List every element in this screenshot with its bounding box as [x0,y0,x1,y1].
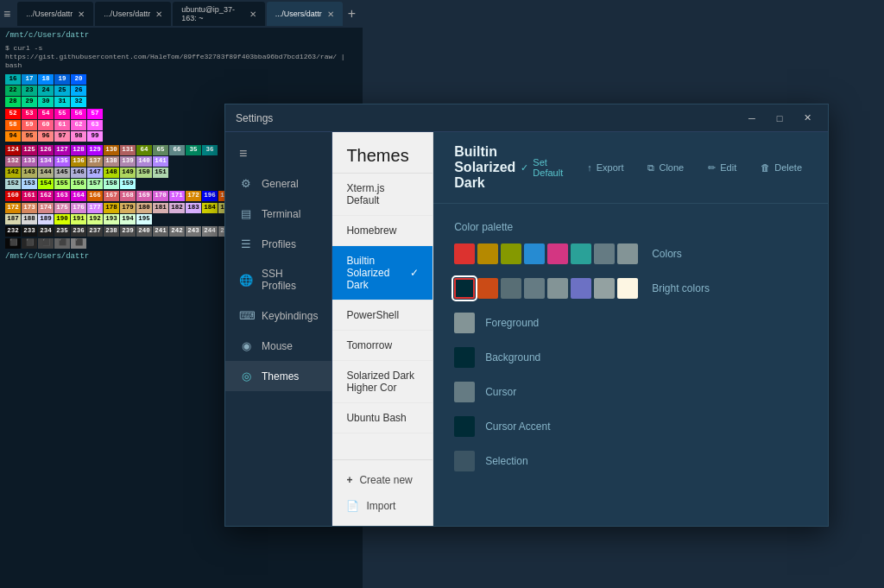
mouse-icon: ◉ [239,339,253,352]
hamburger-icon[interactable]: ≡ [225,139,332,168]
colors-label: Colors [652,248,682,260]
color-swatch-6[interactable] [594,243,615,264]
tab-2[interactable]: .../Users/dattr ✕ [95,2,171,26]
bright-colors-row: Bright colors [454,278,807,299]
set-default-button[interactable]: ✓ Set Default [515,154,568,181]
colors-swatches [454,243,638,264]
clone-icon: ⧉ [647,162,654,174]
foreground-row: Foreground [454,313,807,335]
export-button[interactable]: ↑ Export [582,159,628,176]
tab-close-3[interactable]: ✕ [249,9,256,19]
selection-label: Selection [485,455,527,467]
delete-button[interactable]: 🗑 Delete [755,159,807,176]
sidebar-item-ssh-profiles[interactable]: 🌐 SSH Profiles [225,259,332,300]
colors-row: Colors [454,243,807,264]
checkmark-icon: ✓ [521,162,528,174]
palette-section: Color palette Colors [433,204,828,526]
keybindings-icon: ⌨ [239,309,253,322]
sidebar-item-mouse[interactable]: ◉ Mouse [225,331,332,361]
close-button[interactable]: ✕ [797,108,818,129]
bright-colors-swatches [454,278,638,299]
color-swatch-3[interactable] [524,243,545,264]
theme-list: Xterm.js Default Homebrew Builtin Solari… [332,174,433,459]
color-swatch-0[interactable] [454,243,475,264]
tab-3[interactable]: ubuntu@ip_37-163: ~ ✕ [173,2,264,26]
theme-item-homebrew[interactable]: Homebrew [332,216,433,246]
sidebar-item-themes[interactable]: ◎ Themes [225,361,332,391]
color-swatch-5[interactable] [571,243,591,264]
bright-swatch-3[interactable] [524,278,545,299]
theme-list-panel: Themes Xterm.js Default Homebrew Builtin… [332,132,433,526]
menu-icon[interactable]: ≡ [3,7,10,21]
edit-icon: ✏ [708,162,716,174]
selection-swatch[interactable] [454,451,475,471]
foreground-label: Foreground [485,317,539,329]
theme-item-ubuntu-bash[interactable]: Ubuntu Bash [332,403,433,433]
theme-actions-bar: ✓ Set Default ↑ Export ⧉ Clone ✏ Edit [515,154,807,181]
bright-colors-label: Bright colors [652,282,710,294]
bright-swatch-2[interactable] [501,278,521,299]
settings-title: Settings [236,112,273,124]
sidebar-item-keybindings[interactable]: ⌨ Keybindings [225,300,332,331]
background-swatch[interactable] [454,347,475,368]
bright-swatch-1[interactable] [477,278,498,299]
settings-body: ≡ ⚙ General ▤ Terminal ☰ Profiles 🌐 SSH … [225,132,828,526]
tab-close-2[interactable]: ✕ [155,9,162,19]
settings-panel: Settings ─ □ ✕ ≡ ⚙ General ▤ Terminal ☰ … [224,104,829,527]
color-swatch-2[interactable] [501,243,521,264]
trash-icon: 🗑 [761,162,770,173]
active-theme-check: ✓ [410,267,419,279]
theme-detail-header: Builtin Solarized Dark ✓ Set Default ↑ E… [433,132,828,204]
background-row: Background [454,347,807,370]
terminal-command: $ curl -s https://gist.githubusercontent… [5,44,357,71]
theme-item-builtin-solarized-dark[interactable]: Builtin Solarized Dark ✓ [332,246,433,300]
sidebar-item-profiles[interactable]: ☰ Profiles [225,229,332,259]
import-button[interactable]: 📄 Import [332,493,433,519]
settings-titlebar: Settings ─ □ ✕ [225,104,828,132]
tab-close-4[interactable]: ✕ [327,9,334,19]
themes-header: Themes [332,132,433,174]
selection-row: Selection [454,451,807,473]
plus-icon: + [346,474,352,486]
cursor-accent-swatch[interactable] [454,416,475,437]
add-tab-button[interactable]: + [344,6,359,22]
sidebar-item-general[interactable]: ⚙ General [225,168,332,199]
theme-item-xterm[interactable]: Xterm.js Default [332,174,433,216]
clone-button[interactable]: ⧉ Clone [642,159,689,177]
palette-label: Color palette [454,221,807,233]
sidebar-item-terminal[interactable]: ▤ Terminal [225,199,332,229]
tab-4[interactable]: .../Users/dattr ✕ [267,2,343,26]
color-swatch-7[interactable] [617,243,638,264]
tab-close-1[interactable]: ✕ [78,9,85,19]
ssh-icon: 🌐 [239,274,253,287]
import-icon: 📄 [346,500,359,512]
cursor-accent-label: Cursor Accent [485,420,550,433]
tab-1[interactable]: .../Users/dattr ✕ [17,2,93,26]
bright-swatch-0[interactable] [454,278,475,299]
bright-swatch-4[interactable] [547,278,568,299]
create-new-button[interactable]: + Create new [332,467,433,493]
general-icon: ⚙ [239,177,253,190]
themes-icon: ◎ [239,370,253,383]
foreground-swatch[interactable] [454,313,475,333]
profiles-icon: ☰ [239,237,253,250]
theme-item-powershell[interactable]: PowerShell [332,300,433,331]
bright-swatch-5[interactable] [571,278,591,299]
color-swatch-1[interactable] [477,243,498,264]
bright-swatch-6[interactable] [594,278,615,299]
window-controls: ─ □ ✕ [742,108,818,129]
cursor-swatch[interactable] [454,382,475,402]
theme-item-tomorrow[interactable]: Tomorrow [332,331,433,361]
bright-swatch-7[interactable] [617,278,638,299]
edit-button[interactable]: ✏ Edit [703,159,742,177]
cursor-accent-row: Cursor Accent [454,416,807,439]
terminal-icon: ▤ [239,207,253,220]
color-swatch-4[interactable] [547,243,568,264]
maximize-button[interactable]: □ [769,108,790,129]
minimize-button[interactable]: ─ [742,108,762,129]
background-label: Background [485,351,540,364]
theme-detail-title: Builtin Solarized Dark [454,144,515,191]
theme-item-solarized-dark-higher[interactable]: Solarized Dark Higher Cor [332,361,433,403]
theme-list-actions: + Create new 📄 Import [332,459,433,526]
theme-detail: Builtin Solarized Dark ✓ Set Default ↑ E… [433,132,828,526]
